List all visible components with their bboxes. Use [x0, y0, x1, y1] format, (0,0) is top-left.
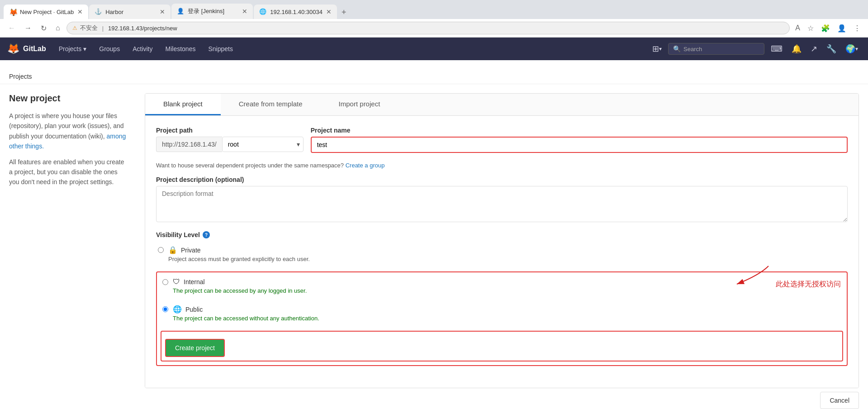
gitlab-fox-icon: 🦊 — [7, 43, 19, 55]
home-button[interactable]: ⌂ — [53, 22, 63, 34]
profile-button[interactable]: 👤 — [835, 22, 848, 34]
navbar-avatar-button[interactable]: 🌍 ▾ — [843, 41, 861, 57]
navbar-search-container[interactable]: 🔍 — [668, 43, 764, 55]
browser-chrome: 🦊 New Project · GitLab ✕ ⚓ Harbor ✕ 👤 登录… — [0, 0, 868, 38]
sidebar-desc2: All features are enabled when you create… — [9, 157, 127, 187]
tab-favicon-4: 🌐 — [259, 8, 266, 15]
kbd-icon: ⌨ — [771, 44, 783, 54]
tab-blank-project[interactable]: Blank project — [145, 94, 221, 115]
breadcrumb-text: Projects — [9, 73, 32, 80]
tab-favicon-2: ⚓ — [95, 8, 102, 15]
namespace-hint-text: Want to house several dependent projects… — [156, 162, 344, 169]
project-name-input[interactable] — [311, 137, 848, 153]
avatar-icon: 🌍 — [845, 44, 855, 54]
translate-button[interactable]: A︎ — [793, 22, 802, 34]
tab-title-3: 登录 [Jenkins] — [188, 7, 238, 15]
plus-icon: ⊞ — [652, 44, 659, 54]
navbar-right: ⊞ ▾ 🔍 ⌨ 🔔 ↗ 🔧 🌍 ▾ — [650, 41, 861, 57]
browser-tab-1[interactable]: 🦊 New Project · GitLab ✕ — [4, 5, 88, 19]
new-tab-button[interactable]: + — [338, 6, 350, 19]
navbar-projects[interactable]: Projects ▾ — [53, 42, 92, 56]
gitlab-navbar: 🦊 GitLab Projects ▾ Groups Activity Mile… — [0, 38, 868, 60]
tab-close-4[interactable]: ✕ — [326, 8, 332, 15]
navbar-kbd-button[interactable]: ⌨ — [768, 41, 785, 57]
search-icon: 🔍 — [673, 45, 681, 52]
bell-icon: 🔔 — [792, 44, 802, 54]
project-name-group: Project name — [311, 127, 848, 153]
navbar-groups[interactable]: Groups — [94, 42, 125, 56]
url-text: 192.168.1.43/projects/new — [108, 25, 177, 32]
annotation-text: 此处选择无授权访问 — [776, 280, 841, 289]
navbar-milestones[interactable]: Milestones — [160, 42, 201, 56]
url-separator: | — [102, 25, 104, 32]
tab-favicon-1: 🦊 — [9, 8, 16, 15]
tabs-container: Blank project Create from template Impor… — [145, 93, 859, 388]
tab-close-2[interactable]: ✕ — [160, 8, 165, 15]
annotation-arrow-svg — [723, 257, 778, 293]
security-label: 不安全 — [80, 24, 98, 32]
menu-button[interactable]: ⋮ — [852, 22, 863, 34]
navbar-wrench-button[interactable]: 🔧 — [824, 41, 839, 57]
bookmark-button[interactable]: ☆ — [806, 22, 816, 34]
shield-icon: 🛡 — [173, 278, 180, 286]
sidebar: New project A project is where you house… — [9, 93, 127, 409]
plus-arrow: ▾ — [659, 46, 662, 52]
form-actions: Create project — [165, 335, 839, 357]
tab-import-project[interactable]: Import project — [321, 94, 398, 115]
visibility-internal-label: Internal — [184, 278, 205, 285]
create-group-link[interactable]: Create a group — [346, 162, 385, 169]
tab-title-1: New Project · GitLab — [20, 9, 74, 15]
address-bar[interactable]: ⚠ 不安全 | 192.168.1.43/projects/new — [66, 22, 790, 34]
project-namespace-select[interactable]: root — [222, 137, 304, 152]
navbar-projects-label: Projects — [59, 45, 82, 52]
reload-button[interactable]: ↻ — [38, 22, 49, 34]
tab-template-label: Create from template — [239, 100, 303, 108]
project-path-label: Project path — [156, 127, 304, 134]
visibility-level-label: Visibility Level ? — [156, 231, 848, 238]
search-input[interactable] — [683, 46, 759, 52]
visibility-private-title: 🔒 Private — [168, 246, 846, 254]
namespace-hint: Want to house several dependent projects… — [156, 162, 848, 169]
cancel-label: Cancel — [830, 397, 849, 404]
project-path-prefix: http://192.168.1.43/ — [156, 137, 222, 152]
browser-tab-3[interactable]: 👤 登录 [Jenkins] ✕ — [171, 4, 253, 19]
info-icon[interactable]: ? — [203, 231, 210, 238]
sidebar-desc1: A project is where you house your files … — [9, 111, 127, 152]
gitlab-logo[interactable]: 🦊 GitLab — [7, 43, 46, 55]
cancel-button[interactable]: Cancel — [820, 392, 859, 409]
create-project-button[interactable]: Create project — [165, 339, 225, 357]
description-group: Project description (optional) — [156, 176, 848, 222]
tab-close-1[interactable]: ✕ — [77, 8, 83, 15]
tab-title-2: Harbor — [105, 9, 156, 15]
back-button[interactable]: ← — [5, 22, 18, 34]
tab-create-template[interactable]: Create from template — [221, 94, 321, 115]
navbar-bell-button[interactable]: 🔔 — [789, 41, 804, 57]
tab-blank-label: Blank project — [163, 100, 203, 108]
visibility-radio-internal[interactable] — [162, 279, 168, 285]
browser-tab-4[interactable]: 🌐 192.168.1.40:30034 ✕ — [254, 5, 337, 19]
page-content: Projects New project A project is where … — [0, 60, 868, 409]
visibility-private-label: Private — [181, 247, 201, 254]
extensions-button[interactable]: 🧩 — [819, 22, 832, 34]
project-path-group: Project path http://192.168.1.43/ root — [156, 127, 304, 152]
navbar-milestones-label: Milestones — [166, 45, 196, 52]
lock-icon: 🔒 — [168, 246, 177, 254]
visibility-radio-public[interactable] — [162, 306, 168, 312]
breadcrumb: Projects — [0, 69, 868, 84]
tab-close-3[interactable]: ✕ — [242, 8, 247, 15]
visibility-radio-private[interactable] — [158, 247, 164, 253]
navbar-snippets-label: Snippets — [208, 45, 232, 52]
description-textarea[interactable] — [156, 186, 848, 222]
tab-favicon-3: 👤 — [177, 8, 184, 15]
navbar-external-button[interactable]: ↗ — [808, 41, 820, 57]
gitlab-logo-text: GitLab — [23, 45, 46, 53]
security-icon: ⚠ — [72, 25, 77, 31]
external-icon: ↗ — [811, 44, 817, 54]
sidebar-title: New project — [9, 93, 127, 104]
navbar-projects-arrow: ▾ — [83, 45, 86, 52]
browser-tab-2[interactable]: ⚓ Harbor ✕ — [89, 5, 171, 19]
navbar-activity[interactable]: Activity — [127, 42, 158, 56]
navbar-snippets[interactable]: Snippets — [203, 42, 238, 56]
plus-menu-button[interactable]: ⊞ ▾ — [650, 41, 664, 57]
forward-button[interactable]: → — [22, 22, 34, 34]
